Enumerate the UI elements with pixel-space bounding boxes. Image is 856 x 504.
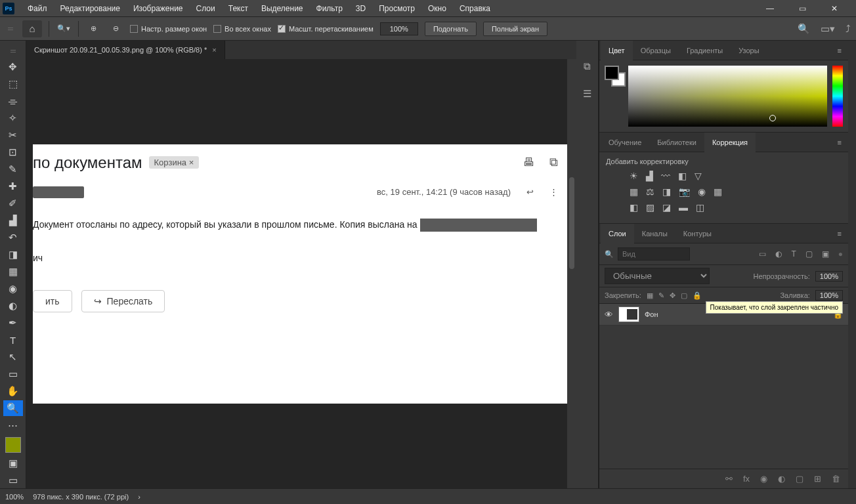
menu-layers[interactable]: Слои — [190, 4, 222, 13]
panel-menu-icon[interactable]: ≡ — [831, 138, 848, 146]
tab-learn[interactable]: Обучение — [601, 133, 649, 152]
group-icon[interactable]: ▢ — [796, 474, 803, 484]
resize-windows-checkbox[interactable]: Настр. размер окон — [130, 25, 207, 33]
lock-artboard-icon[interactable]: ▢ — [681, 291, 687, 300]
window-minimize[interactable]: — — [760, 4, 781, 13]
history-icon[interactable]: ⧉ — [584, 60, 591, 72]
history-brush-tool[interactable]: ↶ — [3, 230, 23, 245]
panel-menu-icon[interactable]: ≡ — [831, 47, 848, 54]
lock-pixels-icon[interactable]: ▦ — [647, 291, 653, 300]
menu-3d[interactable]: 3D — [349, 4, 372, 13]
fit-button[interactable]: Подогнать — [425, 22, 477, 36]
dodge-tool[interactable]: ◐ — [3, 298, 23, 314]
mixer-icon[interactable]: ◉ — [698, 186, 706, 197]
marquee-tool[interactable]: ⬚ — [3, 76, 23, 92]
move-tool[interactable]: ✥ — [3, 59, 23, 75]
lut-icon[interactable]: ▦ — [714, 186, 722, 197]
eyedropper-tool[interactable]: ✎ — [3, 161, 23, 177]
tab-color[interactable]: Цвет — [601, 41, 633, 60]
search-icon[interactable]: 🔍 — [798, 23, 810, 35]
zoom-tool[interactable]: 🔍 — [3, 400, 23, 416]
stamp-tool[interactable]: ▟ — [3, 213, 23, 228]
zoom-percent[interactable]: 100% — [380, 22, 418, 35]
filter-adjust-icon[interactable]: ◐ — [775, 249, 782, 259]
filter-shape-icon[interactable]: ▢ — [805, 249, 813, 259]
tab-gradients[interactable]: Градиенты — [679, 41, 731, 60]
invert-icon[interactable]: ◧ — [630, 202, 638, 213]
path-tool[interactable]: ↖ — [3, 349, 23, 365]
drag-handle-icon[interactable] — [8, 22, 13, 35]
gradient-tool[interactable]: ▦ — [3, 264, 23, 280]
fill-value[interactable]: 100% — [815, 290, 843, 301]
status-zoom[interactable]: 100% — [5, 493, 24, 501]
vertical-scrollbar[interactable] — [567, 59, 576, 488]
eraser-tool[interactable]: ◨ — [3, 247, 23, 262]
menu-view[interactable]: Просмотр — [372, 4, 421, 13]
posterize-icon[interactable]: ▨ — [646, 202, 654, 213]
heal-tool[interactable]: ✚ — [3, 178, 23, 194]
photo-filter-icon[interactable]: 📷 — [679, 186, 690, 197]
fg-bg-color[interactable] — [5, 437, 21, 453]
window-close[interactable]: ✕ — [824, 4, 844, 13]
blur-tool[interactable]: ◉ — [3, 281, 23, 297]
fullscreen-button[interactable]: Полный экран — [483, 22, 547, 36]
document-tab[interactable]: Скриншот 20.09.21_00.05.39.png @ 100% (R… — [26, 41, 225, 59]
selective-icon[interactable]: ◫ — [696, 202, 704, 213]
visibility-icon[interactable]: 👁 — [605, 310, 613, 320]
status-dims[interactable]: 978 пикс. x 390 пикс. (72 ppi) — [33, 493, 129, 501]
curves-icon[interactable]: 〰 — [661, 171, 670, 181]
tab-adjustments[interactable]: Коррекция — [704, 133, 756, 152]
tab-swatches[interactable]: Образцы — [633, 41, 679, 60]
properties-icon[interactable]: ☰ — [583, 88, 591, 100]
menu-help[interactable]: Справка — [453, 4, 497, 13]
opacity-value[interactable]: 100% — [815, 271, 843, 282]
reply-icon[interactable]: ↩ — [526, 187, 534, 197]
forward-button[interactable]: ↪Переслать — [81, 290, 165, 312]
menu-image[interactable]: Изображение — [127, 4, 190, 13]
zoom-tool-icon[interactable]: 🔍▾ — [56, 21, 72, 37]
document-canvas[interactable]: по документам Корзина × 🖶 ⧉ вс, 19 сент.… — [33, 144, 570, 404]
threshold-icon[interactable]: ◪ — [662, 202, 671, 213]
frame-tool[interactable]: ⊡ — [3, 144, 23, 160]
gradient-map-icon[interactable]: ▬ — [679, 202, 688, 213]
panel-menu-icon[interactable]: ≡ — [831, 230, 848, 238]
color-spectrum[interactable] — [628, 66, 827, 127]
blend-mode-select[interactable]: Обычные — [605, 268, 710, 284]
levels-icon[interactable]: ▟ — [646, 171, 653, 181]
filter-icon[interactable]: 🔍 — [605, 250, 614, 259]
lock-move-icon[interactable]: ✥ — [670, 291, 675, 300]
tab-paths[interactable]: Контуры — [675, 224, 719, 243]
type-tool[interactable]: T — [3, 332, 23, 348]
layer-thumbnail[interactable] — [618, 306, 639, 322]
more-tools[interactable]: ⋯ — [3, 417, 23, 433]
filter-image-icon[interactable]: ▭ — [759, 249, 766, 259]
more-icon[interactable]: ⋮ — [549, 187, 558, 197]
balance-icon[interactable]: ⚖ — [646, 186, 654, 197]
wand-tool[interactable]: ✧ — [3, 110, 23, 126]
menu-filter[interactable]: Фильтр — [310, 4, 349, 13]
new-layer-icon[interactable]: ⊞ — [814, 474, 821, 484]
zoom-out-icon[interactable]: ⊖ — [108, 21, 123, 37]
mask-icon[interactable]: ◉ — [760, 474, 767, 484]
exposure-icon[interactable]: ◧ — [678, 171, 687, 181]
menu-text[interactable]: Текст — [222, 4, 255, 13]
link-icon[interactable]: ⚯ — [725, 474, 733, 484]
adjustment-icon[interactable]: ◐ — [778, 474, 785, 484]
fx-icon[interactable]: fx — [743, 474, 750, 484]
hand-tool[interactable]: ✋ — [3, 383, 23, 399]
tab-patterns[interactable]: Узоры — [731, 41, 767, 60]
bw-icon[interactable]: ◨ — [662, 186, 671, 197]
filter-toggle-icon[interactable]: ● — [838, 249, 843, 259]
tab-libraries[interactable]: Библиотеки — [649, 133, 704, 152]
share-icon[interactable]: ⤴ — [845, 23, 851, 34]
filter-smart-icon[interactable]: ▣ — [822, 249, 829, 259]
print-icon[interactable]: 🖶 — [523, 156, 535, 169]
menu-select[interactable]: Выделение — [255, 4, 310, 13]
fg-color-swatch[interactable] — [605, 66, 619, 80]
scrub-zoom-checkbox[interactable]: Масшт. перетаскиванием — [278, 25, 374, 33]
quickmask-icon[interactable]: ▣ — [3, 455, 23, 471]
open-external-icon[interactable]: ⧉ — [549, 156, 558, 169]
lasso-tool[interactable]: ⌯ — [3, 93, 23, 109]
lock-brush-icon[interactable]: ✎ — [658, 291, 664, 300]
workspace-icon[interactable]: ▭▾ — [821, 23, 835, 35]
